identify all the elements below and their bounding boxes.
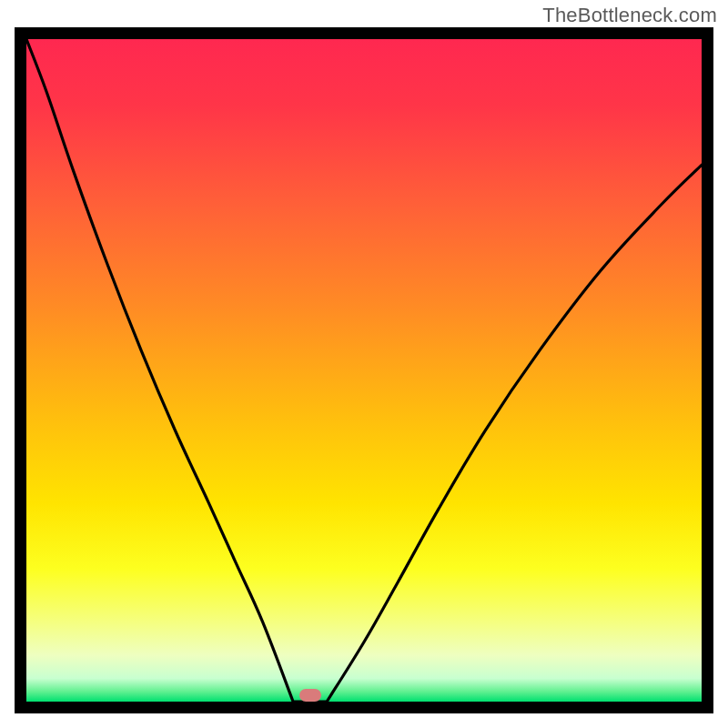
vertex-marker bbox=[299, 689, 321, 702]
watermark-text: TheBottleneck.com bbox=[542, 4, 717, 27]
plot-area bbox=[26, 39, 702, 702]
bottleneck-curve bbox=[26, 39, 702, 702]
